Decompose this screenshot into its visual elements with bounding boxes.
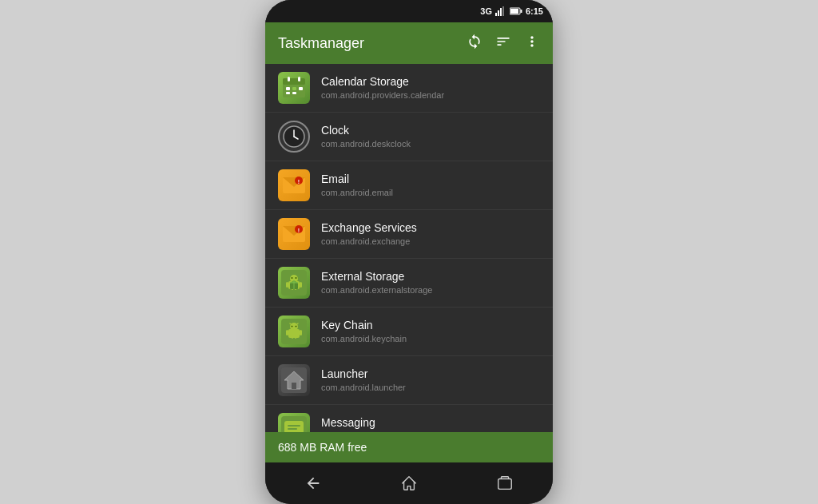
svg-rect-30 bbox=[286, 282, 288, 288]
ram-bar: 688 MB RAM free bbox=[265, 432, 553, 462]
svg-rect-8 bbox=[283, 78, 305, 85]
svg-rect-14 bbox=[286, 92, 290, 94]
list-item[interactable]: Launcher com.android.launcher bbox=[265, 356, 553, 405]
svg-rect-1 bbox=[498, 10, 499, 16]
home-button[interactable] bbox=[387, 468, 431, 498]
filter-button[interactable] bbox=[495, 34, 511, 54]
svg-rect-5 bbox=[520, 10, 522, 13]
app-name: External Storage bbox=[321, 269, 540, 284]
app-info: Calendar Storage com.android.providers.c… bbox=[321, 74, 540, 102]
app-info: Messaging com.android.mms bbox=[321, 415, 540, 432]
svg-rect-2 bbox=[500, 8, 502, 16]
svg-text:!: ! bbox=[298, 228, 300, 233]
svg-rect-44 bbox=[300, 330, 302, 335]
app-icon-exchange: ! bbox=[278, 218, 310, 250]
app-name: Messaging bbox=[321, 415, 540, 430]
navigation-bar bbox=[265, 462, 553, 504]
app-name: Key Chain bbox=[321, 318, 540, 332]
list-item[interactable]: Key Chain com.android.keychain bbox=[265, 308, 553, 356]
recents-button[interactable] bbox=[483, 468, 526, 498]
app-icon-keychain bbox=[278, 315, 310, 347]
app-name: Calendar Storage bbox=[321, 74, 540, 89]
app-name: Email bbox=[321, 172, 540, 186]
svg-rect-65 bbox=[498, 479, 512, 490]
status-bar: 3G 6:15 bbox=[265, 0, 553, 22]
app-icon-launcher bbox=[278, 364, 310, 396]
more-menu-button[interactable] bbox=[524, 34, 540, 54]
back-button[interactable] bbox=[292, 468, 335, 498]
svg-rect-15 bbox=[292, 92, 296, 94]
signal-bars-icon bbox=[495, 6, 506, 16]
app-header: Taskmanager bbox=[265, 22, 553, 64]
svg-rect-57 bbox=[288, 425, 300, 427]
app-package: com.android.launcher bbox=[321, 382, 540, 394]
svg-rect-11 bbox=[286, 87, 290, 90]
svg-point-47 bbox=[292, 326, 293, 327]
svg-rect-46 bbox=[295, 335, 296, 339]
app-package: com.android.exchange bbox=[321, 236, 540, 248]
app-info: Clock com.android.deskclock bbox=[321, 123, 540, 151]
list-item[interactable]: External Storage com.android.externalsto… bbox=[265, 259, 553, 308]
app-info: Email com.android.email bbox=[321, 172, 540, 200]
svg-rect-43 bbox=[286, 330, 288, 335]
svg-rect-3 bbox=[502, 6, 504, 16]
svg-rect-9 bbox=[288, 77, 290, 81]
signal-indicator: 3G bbox=[480, 6, 492, 16]
header-icons bbox=[467, 34, 540, 54]
app-info: Exchange Services com.android.exchange bbox=[321, 220, 540, 248]
list-item[interactable]: ! Exchange Services com.android.exchange bbox=[265, 210, 553, 259]
svg-point-48 bbox=[296, 326, 297, 327]
list-item[interactable]: Messaging com.android.mms bbox=[265, 405, 553, 432]
phone-frame: 3G 6:15 Taskmanager bbox=[265, 0, 553, 504]
svg-rect-42 bbox=[288, 329, 300, 338]
svg-rect-6 bbox=[510, 9, 518, 14]
app-info: Key Chain com.android.keychain bbox=[321, 318, 540, 346]
app-package: com.android.email bbox=[321, 187, 540, 199]
app-name: Launcher bbox=[321, 367, 540, 381]
svg-rect-13 bbox=[299, 87, 303, 90]
svg-rect-58 bbox=[288, 428, 297, 430]
app-package: com.android.deskclock bbox=[321, 138, 540, 150]
status-icons: 3G 6:15 bbox=[480, 6, 543, 16]
app-package: com.android.providers.calendar bbox=[321, 89, 540, 101]
svg-point-35 bbox=[296, 277, 297, 279]
app-icon-messaging bbox=[278, 413, 310, 432]
app-icon-clock bbox=[278, 121, 310, 153]
app-name: Clock bbox=[321, 123, 540, 137]
refresh-button[interactable] bbox=[467, 34, 482, 54]
app-package: com.android.keychain bbox=[321, 333, 540, 345]
app-info: External Storage com.android.externalsto… bbox=[321, 269, 540, 297]
app-info: Launcher com.android.launcher bbox=[321, 367, 540, 395]
svg-rect-12 bbox=[292, 87, 296, 90]
svg-text:!: ! bbox=[298, 179, 300, 185]
svg-rect-45 bbox=[292, 335, 293, 339]
app-icon-calendar bbox=[278, 72, 310, 104]
app-title: Taskmanager bbox=[278, 35, 467, 52]
svg-rect-10 bbox=[298, 77, 300, 81]
list-item[interactable]: ! Email com.android.email bbox=[265, 161, 553, 210]
list-item[interactable]: Clock com.android.deskclock bbox=[265, 113, 553, 161]
svg-rect-31 bbox=[300, 282, 302, 288]
svg-point-34 bbox=[292, 277, 293, 279]
app-name: Exchange Services bbox=[321, 220, 540, 235]
list-item[interactable]: Calendar Storage com.android.providers.c… bbox=[265, 64, 553, 113]
app-icon-storage bbox=[278, 267, 310, 299]
battery-icon bbox=[510, 7, 522, 15]
app-list[interactable]: Calendar Storage com.android.providers.c… bbox=[265, 64, 553, 432]
app-icon-email: ! bbox=[278, 169, 310, 201]
time-display: 6:15 bbox=[526, 6, 543, 16]
svg-rect-53 bbox=[292, 383, 296, 389]
svg-rect-0 bbox=[495, 13, 497, 16]
ram-text: 688 MB RAM free bbox=[278, 441, 367, 454]
app-package: com.android.externalstorage bbox=[321, 284, 540, 296]
